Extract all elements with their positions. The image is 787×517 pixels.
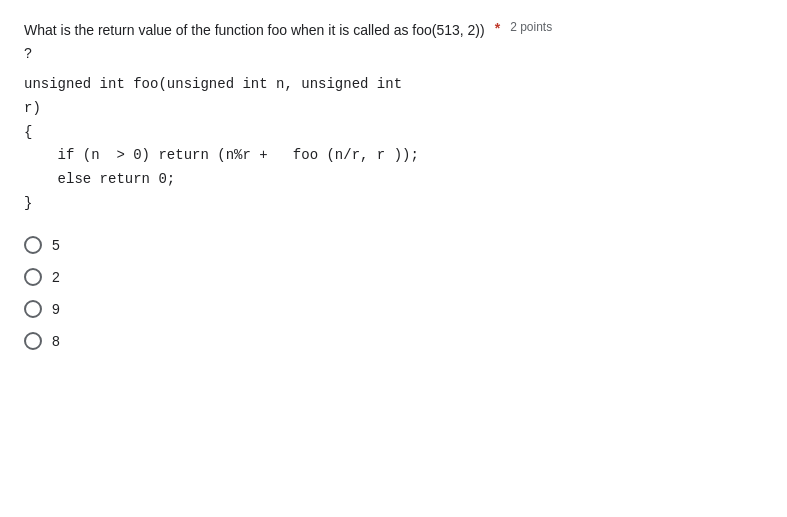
options-container: 5 2 9 8 <box>24 236 763 350</box>
radio-circle-1[interactable] <box>24 236 42 254</box>
option-label-4: 8 <box>52 333 60 349</box>
required-star: * <box>495 20 500 36</box>
code-block: unsigned int foo(unsigned int n, unsigne… <box>24 73 763 216</box>
question-container: What is the return value of the function… <box>24 20 763 350</box>
points-label: 2 points <box>510 20 552 34</box>
radio-circle-2[interactable] <box>24 268 42 286</box>
option-label-2: 2 <box>52 269 60 285</box>
option-1[interactable]: 5 <box>24 236 763 254</box>
code-line-5: else return 0; <box>24 171 175 187</box>
question-text: What is the return value of the function… <box>24 20 485 41</box>
option-4[interactable]: 8 <box>24 332 763 350</box>
option-label-1: 5 <box>52 237 60 253</box>
option-2[interactable]: 2 <box>24 268 763 286</box>
code-line-1: unsigned int foo(unsigned int n, unsigne… <box>24 76 402 92</box>
code-line-2: r) <box>24 100 41 116</box>
option-3[interactable]: 9 <box>24 300 763 318</box>
radio-circle-4[interactable] <box>24 332 42 350</box>
code-line-3: { <box>24 124 32 140</box>
question-mark: ? <box>24 45 763 61</box>
option-label-3: 9 <box>52 301 60 317</box>
question-header: What is the return value of the function… <box>24 20 763 41</box>
radio-circle-3[interactable] <box>24 300 42 318</box>
code-line-4: if (n > 0) return (n%r + foo (n/r, r )); <box>24 147 419 163</box>
code-line-6: } <box>24 195 32 211</box>
